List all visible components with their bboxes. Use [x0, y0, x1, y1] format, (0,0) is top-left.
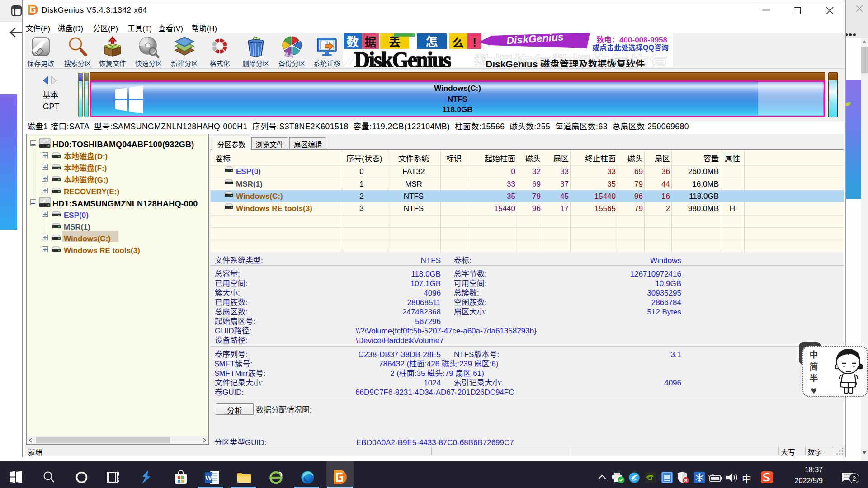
svg-text:W: W: [205, 474, 212, 482]
